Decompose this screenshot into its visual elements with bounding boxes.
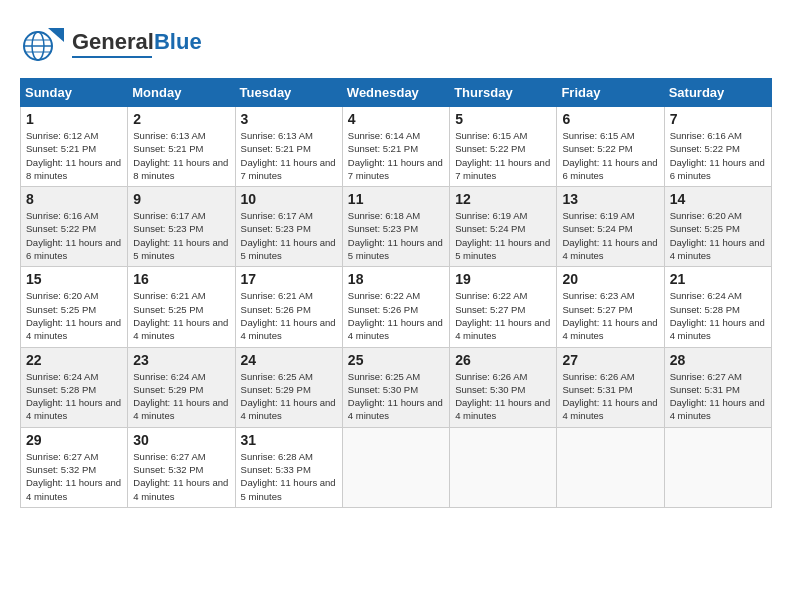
day-number: 13 bbox=[562, 191, 658, 207]
day-info: Sunrise: 6:20 AMSunset: 5:25 PMDaylight:… bbox=[670, 209, 766, 262]
calendar-cell: 1 Sunrise: 6:12 AMSunset: 5:21 PMDayligh… bbox=[21, 107, 128, 187]
day-info: Sunrise: 6:14 AMSunset: 5:21 PMDaylight:… bbox=[348, 129, 444, 182]
day-info: Sunrise: 6:27 AMSunset: 5:32 PMDaylight:… bbox=[26, 450, 122, 503]
calendar-cell: 20 Sunrise: 6:23 AMSunset: 5:27 PMDaylig… bbox=[557, 267, 664, 347]
day-info: Sunrise: 6:27 AMSunset: 5:31 PMDaylight:… bbox=[670, 370, 766, 423]
calendar-week-2: 8 Sunrise: 6:16 AMSunset: 5:22 PMDayligh… bbox=[21, 187, 772, 267]
calendar-cell: 19 Sunrise: 6:22 AMSunset: 5:27 PMDaylig… bbox=[450, 267, 557, 347]
day-info: Sunrise: 6:15 AMSunset: 5:22 PMDaylight:… bbox=[455, 129, 551, 182]
calendar-cell: 2 Sunrise: 6:13 AMSunset: 5:21 PMDayligh… bbox=[128, 107, 235, 187]
calendar-cell: 15 Sunrise: 6:20 AMSunset: 5:25 PMDaylig… bbox=[21, 267, 128, 347]
day-info: Sunrise: 6:18 AMSunset: 5:23 PMDaylight:… bbox=[348, 209, 444, 262]
calendar-cell bbox=[557, 427, 664, 507]
calendar-cell: 30 Sunrise: 6:27 AMSunset: 5:32 PMDaylig… bbox=[128, 427, 235, 507]
calendar-cell: 3 Sunrise: 6:13 AMSunset: 5:21 PMDayligh… bbox=[235, 107, 342, 187]
calendar-cell: 11 Sunrise: 6:18 AMSunset: 5:23 PMDaylig… bbox=[342, 187, 449, 267]
day-number: 26 bbox=[455, 352, 551, 368]
calendar-cell: 26 Sunrise: 6:26 AMSunset: 5:30 PMDaylig… bbox=[450, 347, 557, 427]
calendar-cell: 23 Sunrise: 6:24 AMSunset: 5:29 PMDaylig… bbox=[128, 347, 235, 427]
day-info: Sunrise: 6:25 AMSunset: 5:30 PMDaylight:… bbox=[348, 370, 444, 423]
day-number: 29 bbox=[26, 432, 122, 448]
weekday-header-tuesday: Tuesday bbox=[235, 79, 342, 107]
calendar-header: SundayMondayTuesdayWednesdayThursdayFrid… bbox=[21, 79, 772, 107]
calendar-body: 1 Sunrise: 6:12 AMSunset: 5:21 PMDayligh… bbox=[21, 107, 772, 508]
day-info: Sunrise: 6:16 AMSunset: 5:22 PMDaylight:… bbox=[670, 129, 766, 182]
day-info: Sunrise: 6:13 AMSunset: 5:21 PMDaylight:… bbox=[133, 129, 229, 182]
day-number: 19 bbox=[455, 271, 551, 287]
day-number: 20 bbox=[562, 271, 658, 287]
day-info: Sunrise: 6:13 AMSunset: 5:21 PMDaylight:… bbox=[241, 129, 337, 182]
weekday-header-thursday: Thursday bbox=[450, 79, 557, 107]
day-info: Sunrise: 6:26 AMSunset: 5:30 PMDaylight:… bbox=[455, 370, 551, 423]
weekday-header-friday: Friday bbox=[557, 79, 664, 107]
day-number: 6 bbox=[562, 111, 658, 127]
day-info: Sunrise: 6:24 AMSunset: 5:28 PMDaylight:… bbox=[26, 370, 122, 423]
day-number: 17 bbox=[241, 271, 337, 287]
day-info: Sunrise: 6:24 AMSunset: 5:29 PMDaylight:… bbox=[133, 370, 229, 423]
logo-text: GeneralBlue bbox=[72, 30, 202, 58]
day-number: 14 bbox=[670, 191, 766, 207]
day-info: Sunrise: 6:23 AMSunset: 5:27 PMDaylight:… bbox=[562, 289, 658, 342]
calendar-cell: 7 Sunrise: 6:16 AMSunset: 5:22 PMDayligh… bbox=[664, 107, 771, 187]
logo: GeneralBlue bbox=[20, 20, 202, 68]
day-number: 12 bbox=[455, 191, 551, 207]
day-number: 10 bbox=[241, 191, 337, 207]
weekday-header-saturday: Saturday bbox=[664, 79, 771, 107]
day-number: 4 bbox=[348, 111, 444, 127]
day-number: 28 bbox=[670, 352, 766, 368]
calendar-cell: 9 Sunrise: 6:17 AMSunset: 5:23 PMDayligh… bbox=[128, 187, 235, 267]
calendar-cell: 22 Sunrise: 6:24 AMSunset: 5:28 PMDaylig… bbox=[21, 347, 128, 427]
calendar-cell: 24 Sunrise: 6:25 AMSunset: 5:29 PMDaylig… bbox=[235, 347, 342, 427]
day-number: 18 bbox=[348, 271, 444, 287]
calendar-cell bbox=[664, 427, 771, 507]
calendar-cell: 28 Sunrise: 6:27 AMSunset: 5:31 PMDaylig… bbox=[664, 347, 771, 427]
day-number: 27 bbox=[562, 352, 658, 368]
day-number: 9 bbox=[133, 191, 229, 207]
day-number: 15 bbox=[26, 271, 122, 287]
day-info: Sunrise: 6:27 AMSunset: 5:32 PMDaylight:… bbox=[133, 450, 229, 503]
day-info: Sunrise: 6:21 AMSunset: 5:26 PMDaylight:… bbox=[241, 289, 337, 342]
calendar-cell: 12 Sunrise: 6:19 AMSunset: 5:24 PMDaylig… bbox=[450, 187, 557, 267]
day-info: Sunrise: 6:17 AMSunset: 5:23 PMDaylight:… bbox=[133, 209, 229, 262]
day-number: 22 bbox=[26, 352, 122, 368]
day-info: Sunrise: 6:17 AMSunset: 5:23 PMDaylight:… bbox=[241, 209, 337, 262]
calendar-cell: 21 Sunrise: 6:24 AMSunset: 5:28 PMDaylig… bbox=[664, 267, 771, 347]
day-info: Sunrise: 6:19 AMSunset: 5:24 PMDaylight:… bbox=[455, 209, 551, 262]
calendar-week-4: 22 Sunrise: 6:24 AMSunset: 5:28 PMDaylig… bbox=[21, 347, 772, 427]
calendar-cell: 17 Sunrise: 6:21 AMSunset: 5:26 PMDaylig… bbox=[235, 267, 342, 347]
calendar-cell: 4 Sunrise: 6:14 AMSunset: 5:21 PMDayligh… bbox=[342, 107, 449, 187]
day-info: Sunrise: 6:22 AMSunset: 5:27 PMDaylight:… bbox=[455, 289, 551, 342]
day-number: 2 bbox=[133, 111, 229, 127]
day-number: 24 bbox=[241, 352, 337, 368]
day-info: Sunrise: 6:21 AMSunset: 5:25 PMDaylight:… bbox=[133, 289, 229, 342]
weekday-header-sunday: Sunday bbox=[21, 79, 128, 107]
day-info: Sunrise: 6:24 AMSunset: 5:28 PMDaylight:… bbox=[670, 289, 766, 342]
day-number: 11 bbox=[348, 191, 444, 207]
page-header: GeneralBlue bbox=[20, 20, 772, 68]
day-number: 16 bbox=[133, 271, 229, 287]
day-number: 30 bbox=[133, 432, 229, 448]
calendar-cell: 10 Sunrise: 6:17 AMSunset: 5:23 PMDaylig… bbox=[235, 187, 342, 267]
day-info: Sunrise: 6:16 AMSunset: 5:22 PMDaylight:… bbox=[26, 209, 122, 262]
calendar-cell: 25 Sunrise: 6:25 AMSunset: 5:30 PMDaylig… bbox=[342, 347, 449, 427]
day-number: 5 bbox=[455, 111, 551, 127]
logo-icon bbox=[20, 20, 68, 68]
calendar-cell: 6 Sunrise: 6:15 AMSunset: 5:22 PMDayligh… bbox=[557, 107, 664, 187]
calendar-cell: 18 Sunrise: 6:22 AMSunset: 5:26 PMDaylig… bbox=[342, 267, 449, 347]
calendar-cell: 16 Sunrise: 6:21 AMSunset: 5:25 PMDaylig… bbox=[128, 267, 235, 347]
calendar-cell: 27 Sunrise: 6:26 AMSunset: 5:31 PMDaylig… bbox=[557, 347, 664, 427]
weekday-header-wednesday: Wednesday bbox=[342, 79, 449, 107]
day-number: 23 bbox=[133, 352, 229, 368]
day-info: Sunrise: 6:19 AMSunset: 5:24 PMDaylight:… bbox=[562, 209, 658, 262]
calendar-cell: 8 Sunrise: 6:16 AMSunset: 5:22 PMDayligh… bbox=[21, 187, 128, 267]
day-number: 3 bbox=[241, 111, 337, 127]
calendar-table: SundayMondayTuesdayWednesdayThursdayFrid… bbox=[20, 78, 772, 508]
weekday-header-monday: Monday bbox=[128, 79, 235, 107]
day-number: 8 bbox=[26, 191, 122, 207]
calendar-cell: 31 Sunrise: 6:28 AMSunset: 5:33 PMDaylig… bbox=[235, 427, 342, 507]
calendar-cell: 5 Sunrise: 6:15 AMSunset: 5:22 PMDayligh… bbox=[450, 107, 557, 187]
calendar-cell: 29 Sunrise: 6:27 AMSunset: 5:32 PMDaylig… bbox=[21, 427, 128, 507]
calendar-cell bbox=[342, 427, 449, 507]
day-number: 1 bbox=[26, 111, 122, 127]
calendar-week-3: 15 Sunrise: 6:20 AMSunset: 5:25 PMDaylig… bbox=[21, 267, 772, 347]
